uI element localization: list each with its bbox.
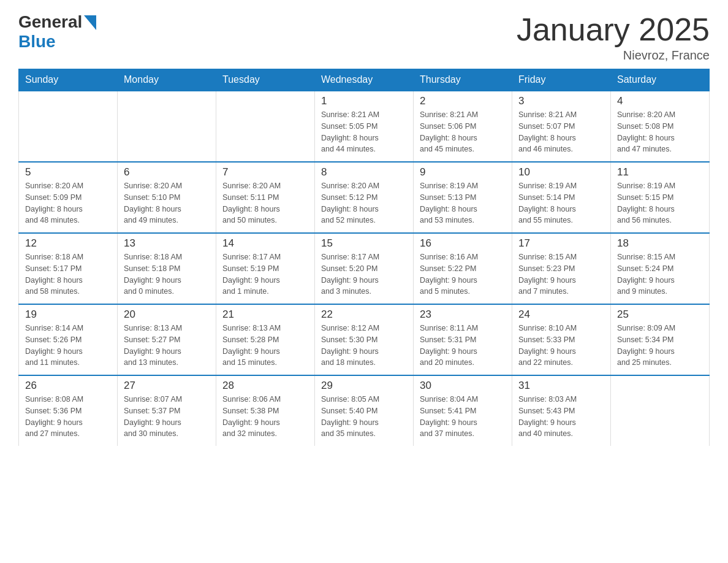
day-number: 30: [420, 380, 506, 392]
day-cell: 28Sunrise: 8:06 AMSunset: 5:38 PMDayligh…: [216, 375, 315, 446]
day-number: 16: [420, 237, 506, 250]
day-info: Sunrise: 8:13 AMSunset: 5:28 PMDaylight:…: [222, 323, 308, 369]
day-number: 17: [518, 237, 604, 250]
day-number: 29: [321, 380, 407, 392]
logo: General Blue: [18, 12, 96, 52]
day-cell: 22Sunrise: 8:12 AMSunset: 5:30 PMDayligh…: [315, 304, 414, 375]
day-info: Sunrise: 8:21 AMSunset: 5:07 PMDaylight:…: [518, 109, 604, 155]
column-header-friday: Friday: [512, 69, 611, 91]
week-row-1: 1Sunrise: 8:21 AMSunset: 5:05 PMDaylight…: [19, 91, 710, 162]
column-header-wednesday: Wednesday: [315, 69, 414, 91]
day-number: 11: [617, 166, 703, 178]
day-info: Sunrise: 8:09 AMSunset: 5:34 PMDaylight:…: [617, 323, 703, 369]
calendar-header-row: SundayMondayTuesdayWednesdayThursdayFrid…: [19, 69, 710, 91]
day-number: 19: [25, 308, 111, 321]
day-info: Sunrise: 8:06 AMSunset: 5:38 PMDaylight:…: [222, 394, 308, 440]
column-header-tuesday: Tuesday: [216, 69, 315, 91]
day-info: Sunrise: 8:14 AMSunset: 5:26 PMDaylight:…: [25, 323, 111, 369]
column-header-monday: Monday: [118, 69, 216, 91]
day-number: 10: [518, 166, 604, 178]
day-cell: [19, 91, 118, 162]
day-cell: 14Sunrise: 8:17 AMSunset: 5:19 PMDayligh…: [216, 233, 315, 304]
day-cell: 3Sunrise: 8:21 AMSunset: 5:07 PMDaylight…: [512, 91, 611, 162]
day-cell: 27Sunrise: 8:07 AMSunset: 5:37 PMDayligh…: [118, 375, 216, 446]
week-row-4: 19Sunrise: 8:14 AMSunset: 5:26 PMDayligh…: [19, 304, 710, 375]
day-cell: 20Sunrise: 8:13 AMSunset: 5:27 PMDayligh…: [118, 304, 216, 375]
day-number: 7: [222, 166, 308, 178]
day-number: 4: [617, 95, 703, 107]
day-number: 5: [25, 166, 111, 178]
day-number: 28: [222, 380, 308, 392]
day-number: 15: [321, 237, 407, 250]
day-number: 24: [518, 308, 604, 321]
day-number: 27: [124, 380, 210, 392]
day-info: Sunrise: 8:04 AMSunset: 5:41 PMDaylight:…: [420, 394, 506, 440]
day-cell: 30Sunrise: 8:04 AMSunset: 5:41 PMDayligh…: [414, 375, 512, 446]
week-row-3: 12Sunrise: 8:18 AMSunset: 5:17 PMDayligh…: [19, 233, 710, 304]
day-cell: 15Sunrise: 8:17 AMSunset: 5:20 PMDayligh…: [315, 233, 414, 304]
day-cell: 18Sunrise: 8:15 AMSunset: 5:24 PMDayligh…: [611, 233, 710, 304]
day-number: 3: [518, 95, 604, 107]
day-info: Sunrise: 8:19 AMSunset: 5:13 PMDaylight:…: [420, 180, 506, 226]
column-header-thursday: Thursday: [414, 69, 512, 91]
day-cell: 4Sunrise: 8:20 AMSunset: 5:08 PMDaylight…: [611, 91, 710, 162]
day-info: Sunrise: 8:20 AMSunset: 5:11 PMDaylight:…: [222, 180, 308, 226]
title-section: January 2025 Nievroz, France: [517, 12, 710, 63]
day-number: 23: [420, 308, 506, 321]
day-number: 8: [321, 166, 407, 178]
day-cell: 31Sunrise: 8:03 AMSunset: 5:43 PMDayligh…: [512, 375, 611, 446]
day-cell: 10Sunrise: 8:19 AMSunset: 5:14 PMDayligh…: [512, 162, 611, 233]
day-info: Sunrise: 8:17 AMSunset: 5:19 PMDaylight:…: [222, 251, 308, 297]
day-info: Sunrise: 8:08 AMSunset: 5:36 PMDaylight:…: [25, 394, 111, 440]
day-cell: 13Sunrise: 8:18 AMSunset: 5:18 PMDayligh…: [118, 233, 216, 304]
day-info: Sunrise: 8:05 AMSunset: 5:40 PMDaylight:…: [321, 394, 407, 440]
day-number: 9: [420, 166, 506, 178]
day-number: 13: [124, 237, 210, 250]
day-cell: 24Sunrise: 8:10 AMSunset: 5:33 PMDayligh…: [512, 304, 611, 375]
day-number: 20: [124, 308, 210, 321]
day-info: Sunrise: 8:19 AMSunset: 5:14 PMDaylight:…: [518, 180, 604, 226]
day-info: Sunrise: 8:10 AMSunset: 5:33 PMDaylight:…: [518, 323, 604, 369]
day-info: Sunrise: 8:12 AMSunset: 5:30 PMDaylight:…: [321, 323, 407, 369]
logo-triangle-icon: [84, 15, 96, 30]
day-number: 14: [222, 237, 308, 250]
day-info: Sunrise: 8:19 AMSunset: 5:15 PMDaylight:…: [617, 180, 703, 226]
day-info: Sunrise: 8:21 AMSunset: 5:05 PMDaylight:…: [321, 109, 407, 155]
location: Nievroz, France: [517, 48, 710, 63]
day-info: Sunrise: 8:20 AMSunset: 5:12 PMDaylight:…: [321, 180, 407, 226]
day-cell: 5Sunrise: 8:20 AMSunset: 5:09 PMDaylight…: [19, 162, 118, 233]
calendar-table: SundayMondayTuesdayWednesdayThursdayFrid…: [18, 69, 710, 446]
day-cell: 2Sunrise: 8:21 AMSunset: 5:06 PMDaylight…: [414, 91, 512, 162]
day-info: Sunrise: 8:18 AMSunset: 5:17 PMDaylight:…: [25, 251, 111, 297]
week-row-5: 26Sunrise: 8:08 AMSunset: 5:36 PMDayligh…: [19, 375, 710, 446]
day-cell: 12Sunrise: 8:18 AMSunset: 5:17 PMDayligh…: [19, 233, 118, 304]
day-info: Sunrise: 8:15 AMSunset: 5:23 PMDaylight:…: [518, 251, 604, 297]
day-cell: 23Sunrise: 8:11 AMSunset: 5:31 PMDayligh…: [414, 304, 512, 375]
day-number: 31: [518, 380, 604, 392]
day-number: 26: [25, 380, 111, 392]
logo-blue: Blue: [18, 32, 56, 51]
day-info: Sunrise: 8:16 AMSunset: 5:22 PMDaylight:…: [420, 251, 506, 297]
day-cell: 9Sunrise: 8:19 AMSunset: 5:13 PMDaylight…: [414, 162, 512, 233]
day-cell: 7Sunrise: 8:20 AMSunset: 5:11 PMDaylight…: [216, 162, 315, 233]
column-header-sunday: Sunday: [19, 69, 118, 91]
day-info: Sunrise: 8:20 AMSunset: 5:10 PMDaylight:…: [124, 180, 210, 226]
day-info: Sunrise: 8:15 AMSunset: 5:24 PMDaylight:…: [617, 251, 703, 297]
day-cell: [611, 375, 710, 446]
day-info: Sunrise: 8:13 AMSunset: 5:27 PMDaylight:…: [124, 323, 210, 369]
day-number: 1: [321, 95, 407, 107]
day-number: 22: [321, 308, 407, 321]
day-number: 18: [617, 237, 703, 250]
day-cell: 6Sunrise: 8:20 AMSunset: 5:10 PMDaylight…: [118, 162, 216, 233]
day-number: 12: [25, 237, 111, 250]
day-info: Sunrise: 8:21 AMSunset: 5:06 PMDaylight:…: [420, 109, 506, 155]
month-title: January 2025: [517, 12, 710, 47]
day-info: Sunrise: 8:20 AMSunset: 5:09 PMDaylight:…: [25, 180, 111, 226]
day-info: Sunrise: 8:07 AMSunset: 5:37 PMDaylight:…: [124, 394, 210, 440]
day-cell: 1Sunrise: 8:21 AMSunset: 5:05 PMDaylight…: [315, 91, 414, 162]
logo-general: General: [18, 12, 82, 32]
day-cell: 17Sunrise: 8:15 AMSunset: 5:23 PMDayligh…: [512, 233, 611, 304]
day-cell: 25Sunrise: 8:09 AMSunset: 5:34 PMDayligh…: [611, 304, 710, 375]
day-info: Sunrise: 8:11 AMSunset: 5:31 PMDaylight:…: [420, 323, 506, 369]
column-header-saturday: Saturday: [611, 69, 710, 91]
